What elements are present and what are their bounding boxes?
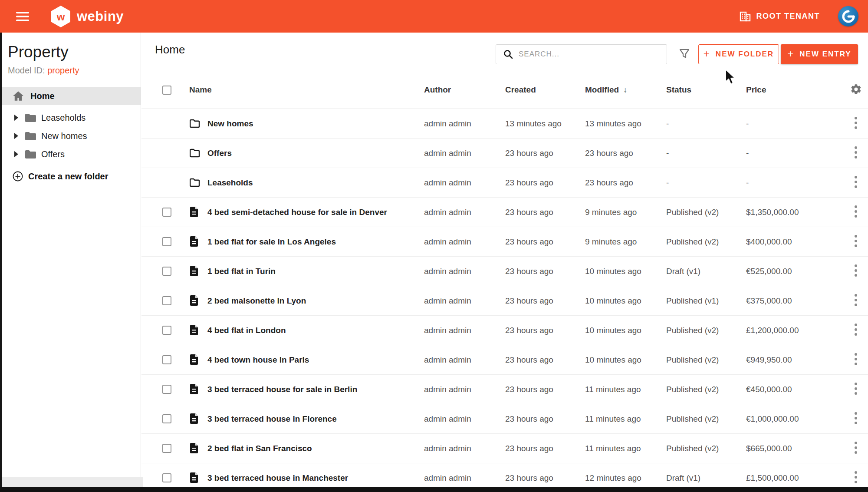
row-actions-menu-button[interactable] bbox=[852, 291, 860, 311]
row-actions-menu-button[interactable] bbox=[852, 350, 860, 370]
row-name[interactable]: 4 bed flat in London bbox=[207, 326, 424, 335]
row-status: - bbox=[666, 149, 746, 158]
table-row[interactable]: 4 bed town house in Paris admin admin 23… bbox=[141, 345, 868, 375]
table-row[interactable]: New homes admin admin 13 minutes ago 13 … bbox=[141, 109, 868, 139]
row-name[interactable]: 3 bed terraced house in Florence bbox=[207, 414, 424, 424]
row-name[interactable]: 1 bed flat for sale in Los Angeles bbox=[207, 237, 424, 247]
row-name[interactable]: 3 bed terraced house in Manchester bbox=[207, 473, 424, 483]
document-icon bbox=[189, 354, 199, 366]
search-box[interactable] bbox=[496, 44, 667, 64]
sidebar-item-new-homes[interactable]: New homes bbox=[2, 127, 141, 145]
row-actions-menu-button[interactable] bbox=[852, 173, 860, 193]
folder-icon bbox=[189, 149, 200, 158]
left-edge-bar bbox=[0, 33, 2, 492]
select-all-checkbox[interactable] bbox=[162, 86, 171, 95]
column-header-modified[interactable]: Modified↓ bbox=[585, 85, 666, 95]
menu-icon[interactable] bbox=[16, 12, 29, 21]
table-row[interactable]: 4 bed flat in London admin admin 23 hour… bbox=[141, 316, 868, 345]
row-actions-menu-button[interactable] bbox=[852, 468, 860, 488]
row-name[interactable]: 4 bed semi-detached house for sale in De… bbox=[207, 208, 424, 217]
table-row[interactable]: 1 bed flat in Turin admin admin 23 hours… bbox=[141, 257, 868, 286]
row-checkbox[interactable] bbox=[162, 355, 171, 364]
row-status: Published (v2) bbox=[666, 414, 746, 424]
column-header-author[interactable]: Author bbox=[424, 85, 505, 95]
row-actions-menu-button[interactable] bbox=[852, 232, 860, 252]
page-title: Home bbox=[155, 43, 185, 56]
row-actions-menu-button[interactable] bbox=[852, 409, 860, 429]
row-name[interactable]: Offers bbox=[207, 149, 424, 158]
top-app-bar: w webiny ROOT TENANT bbox=[0, 0, 868, 33]
row-checkbox[interactable] bbox=[162, 267, 171, 276]
table-row[interactable]: 3 bed terraced house for sale in Berlin … bbox=[141, 375, 868, 404]
document-icon bbox=[189, 236, 199, 248]
content-area: Home + NEW FOLDER + NEW ENTRY bbox=[141, 33, 868, 487]
row-actions-menu-button[interactable] bbox=[852, 439, 860, 459]
document-icon bbox=[189, 295, 199, 307]
column-header-status[interactable]: Status bbox=[666, 85, 746, 95]
row-price: €450,000.00 bbox=[746, 385, 844, 394]
table-row[interactable]: 2 bed maisonette in Lyon admin admin 23 … bbox=[141, 286, 868, 316]
column-header-created[interactable]: Created bbox=[505, 85, 585, 95]
document-icon bbox=[189, 207, 199, 218]
table-row[interactable]: 3 bed terraced house in Florence admin a… bbox=[141, 404, 868, 434]
row-actions-menu-button[interactable] bbox=[852, 320, 860, 340]
row-name[interactable]: Leaseholds bbox=[207, 178, 424, 188]
chevron-right-icon[interactable] bbox=[14, 151, 18, 157]
bottom-edge-bar bbox=[0, 487, 868, 492]
create-new-folder-button[interactable]: Create a new folder bbox=[13, 171, 141, 182]
row-author: admin admin bbox=[424, 414, 505, 424]
home-icon bbox=[13, 91, 24, 101]
filter-button[interactable] bbox=[679, 48, 690, 61]
row-actions-menu-button[interactable] bbox=[852, 380, 860, 400]
row-status: Published (v2) bbox=[666, 385, 746, 394]
row-checkbox[interactable] bbox=[162, 326, 171, 335]
row-modified: 10 minutes ago bbox=[585, 296, 666, 306]
row-name[interactable]: New homes bbox=[207, 119, 424, 129]
row-name[interactable]: 3 bed terraced house for sale in Berlin bbox=[207, 385, 424, 394]
table-row[interactable]: 4 bed semi-detached house for sale in De… bbox=[141, 198, 868, 227]
row-name[interactable]: 2 bed maisonette in Lyon bbox=[207, 296, 424, 306]
table-settings-button[interactable] bbox=[850, 83, 862, 97]
row-actions-menu-button[interactable] bbox=[852, 114, 860, 134]
new-entry-button[interactable]: + NEW ENTRY bbox=[781, 44, 858, 64]
row-created: 23 hours ago bbox=[505, 237, 585, 247]
row-created: 23 hours ago bbox=[505, 178, 585, 188]
tenant-selector[interactable]: ROOT TENANT bbox=[739, 11, 820, 22]
chevron-right-icon[interactable] bbox=[14, 133, 18, 139]
search-input[interactable] bbox=[519, 50, 667, 59]
row-status: Published (v2) bbox=[666, 444, 746, 453]
row-checkbox[interactable] bbox=[162, 296, 171, 305]
table-row[interactable]: 2 bed flat in San Francisco admin admin … bbox=[141, 434, 868, 463]
row-checkbox[interactable] bbox=[162, 237, 171, 246]
row-created: 23 hours ago bbox=[505, 208, 585, 217]
row-checkbox[interactable] bbox=[162, 444, 171, 453]
row-name[interactable]: 4 bed town house in Paris bbox=[207, 355, 424, 365]
kebab-icon bbox=[854, 264, 858, 277]
table-row[interactable]: Offers admin admin 23 hours ago 23 hours… bbox=[141, 139, 868, 168]
table-row[interactable]: 1 bed flat for sale in Los Angeles admin… bbox=[141, 227, 868, 257]
column-header-price[interactable]: Price bbox=[746, 85, 844, 95]
user-avatar[interactable] bbox=[838, 6, 858, 26]
row-price: €375,000.00 bbox=[746, 296, 844, 306]
folder-icon bbox=[24, 132, 36, 141]
row-actions-menu-button[interactable] bbox=[852, 261, 860, 281]
sidebar-item-offers[interactable]: Offers bbox=[2, 145, 141, 163]
row-actions-menu-button[interactable] bbox=[852, 143, 860, 163]
sidebar-item-home[interactable]: Home bbox=[2, 87, 141, 105]
webiny-hexagon-icon: w bbox=[50, 5, 72, 28]
column-header-name[interactable]: Name bbox=[189, 85, 424, 95]
row-checkbox[interactable] bbox=[162, 473, 171, 482]
row-checkbox[interactable] bbox=[162, 414, 171, 423]
chevron-right-icon[interactable] bbox=[14, 115, 18, 121]
table-row[interactable]: Leaseholds admin admin 23 hours ago 23 h… bbox=[141, 168, 868, 198]
kebab-icon bbox=[854, 353, 858, 366]
row-checkbox[interactable] bbox=[162, 208, 171, 217]
row-created: 23 hours ago bbox=[505, 414, 585, 424]
row-checkbox[interactable] bbox=[162, 385, 171, 394]
folder-icon bbox=[189, 178, 200, 187]
new-folder-button[interactable]: + NEW FOLDER bbox=[698, 44, 779, 64]
row-name[interactable]: 1 bed flat in Turin bbox=[207, 267, 424, 276]
sidebar-item-leaseholds[interactable]: Leaseholds bbox=[2, 109, 141, 127]
row-name[interactable]: 2 bed flat in San Francisco bbox=[207, 444, 424, 453]
row-actions-menu-button[interactable] bbox=[852, 202, 860, 222]
